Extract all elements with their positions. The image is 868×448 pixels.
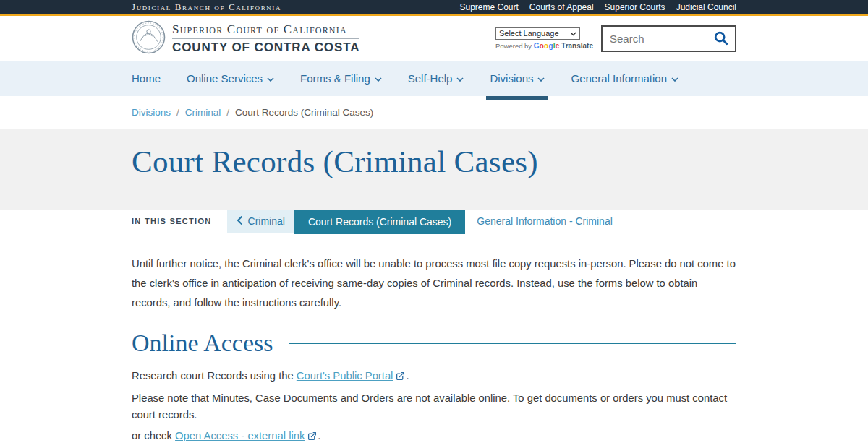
online-access-heading: Online Access [132, 329, 273, 358]
brand-line-superior-court: Superior Court of California [172, 22, 359, 39]
language-select-value: Select Language [499, 29, 559, 38]
translate-text: Translate [561, 42, 593, 50]
language-select[interactable]: Select Language [495, 27, 580, 40]
courts-public-portal-link[interactable]: Court's Public Portal [297, 370, 393, 382]
breadcrumb-link-criminal[interactable]: Criminal [185, 107, 221, 118]
nav-item-online-services[interactable]: Online Services [187, 61, 274, 96]
primary-nav: Home Online Services Forms & Filing Self… [0, 61, 868, 96]
chevron-down-icon [267, 77, 274, 82]
chevron-left-icon [237, 215, 242, 227]
brand-line-county: COUNTY OF CONTRA COSTA [172, 40, 359, 55]
google-logo-text: Google [534, 42, 560, 50]
nav-label-forms-filing: Forms & Filing [300, 72, 370, 85]
google-translate-widget: Select Language Powered by Google Transl… [495, 27, 593, 50]
tab-back-label: Criminal [248, 215, 285, 227]
breadcrumb-current: Court Records (Criminal Cases) [235, 107, 373, 118]
research-records-prefix: Research court Records using the [132, 370, 297, 382]
link-judicial-council[interactable]: Judicial Council [676, 2, 736, 12]
nav-label-self-help: Self-Help [408, 72, 453, 85]
main-content: Until further notice, the Criminal clerk… [132, 233, 736, 448]
external-link-icon [396, 369, 405, 386]
court-logo[interactable]: Superior Court of California COUNTY OF C… [132, 20, 359, 57]
nav-item-home[interactable]: Home [132, 61, 161, 96]
heading-rule [289, 343, 736, 344]
powered-by-google-translate: Powered by Google Translate [495, 42, 593, 50]
or-check-prefix: or check [132, 430, 175, 441]
tab-active-court-records[interactable]: Court Records (Criminal Cases) [294, 210, 465, 234]
external-link-icon [307, 429, 317, 446]
breadcrumb-separator: / [226, 107, 229, 118]
breadcrumb-link-divisions[interactable]: Divisions [132, 107, 171, 118]
chevron-down-icon [456, 77, 464, 82]
nav-label-home: Home [132, 72, 161, 85]
research-records-suffix: . [406, 370, 409, 382]
nav-item-divisions[interactable]: Divisions [490, 61, 545, 96]
top-utility-bar: Judicial Branch of California Supreme Co… [0, 0, 868, 14]
judicial-branch-brand: Judicial Branch of California [132, 1, 281, 13]
open-access-external-link[interactable]: Open Access - external link [175, 430, 305, 441]
or-check-suffix: . [318, 430, 320, 441]
powered-by-text: Powered by [495, 42, 532, 50]
tab-bar-divider [226, 210, 226, 233]
chevron-down-icon [570, 29, 576, 38]
online-access-heading-row: Online Access [132, 329, 736, 358]
nav-item-self-help[interactable]: Self-Help [408, 61, 464, 96]
section-tab-bar: IN THIS SECTION Criminal Court Records (… [0, 210, 868, 233]
intro-paragraph: Until further notice, the Criminal clerk… [132, 254, 736, 313]
nav-label-divisions: Divisions [490, 72, 533, 85]
chevron-down-icon [375, 77, 382, 82]
utility-links: Supreme Court Courts of Appeal Superior … [459, 2, 736, 12]
link-superior-courts[interactable]: Superior Courts [605, 2, 665, 12]
nav-label-online-services: Online Services [187, 72, 263, 85]
nav-label-general-information: General Information [571, 72, 667, 85]
breadcrumb-row: Divisions / Criminal / Court Records (Cr… [0, 96, 868, 129]
link-courts-of-appeal[interactable]: Courts of Appeal [529, 2, 594, 12]
search-icon[interactable] [713, 30, 729, 46]
in-this-section-label: IN THIS SECTION [132, 210, 226, 233]
nav-item-forms-filing[interactable]: Forms & Filing [300, 61, 382, 96]
court-brand-text: Superior Court of California COUNTY OF C… [172, 22, 359, 55]
page-title: Court Records (Criminal Cases) [132, 144, 736, 179]
court-seal-icon [132, 20, 166, 57]
chevron-down-icon [671, 77, 678, 82]
breadcrumb: Divisions / Criminal / Court Records (Cr… [132, 107, 736, 118]
page-title-band: Court Records (Criminal Cases) [0, 129, 868, 210]
research-records-line: Research court Records using the Court's… [132, 368, 736, 386]
site-header: Superior Court of California COUNTY OF C… [0, 16, 868, 61]
search-input[interactable] [603, 27, 713, 51]
tab-back-criminal[interactable]: Criminal [227, 210, 294, 233]
tab-link-general-information-criminal[interactable]: General Information - Criminal [477, 210, 613, 233]
breadcrumb-separator: / [176, 107, 179, 118]
or-check-line: or check Open Access - external link. [132, 428, 736, 446]
link-supreme-court[interactable]: Supreme Court [459, 2, 518, 12]
chevron-down-icon [537, 77, 545, 82]
search-box [601, 25, 736, 52]
nav-item-general-information[interactable]: General Information [571, 61, 678, 96]
please-note-line: Please note that Minutes, Case Documents… [132, 390, 736, 423]
